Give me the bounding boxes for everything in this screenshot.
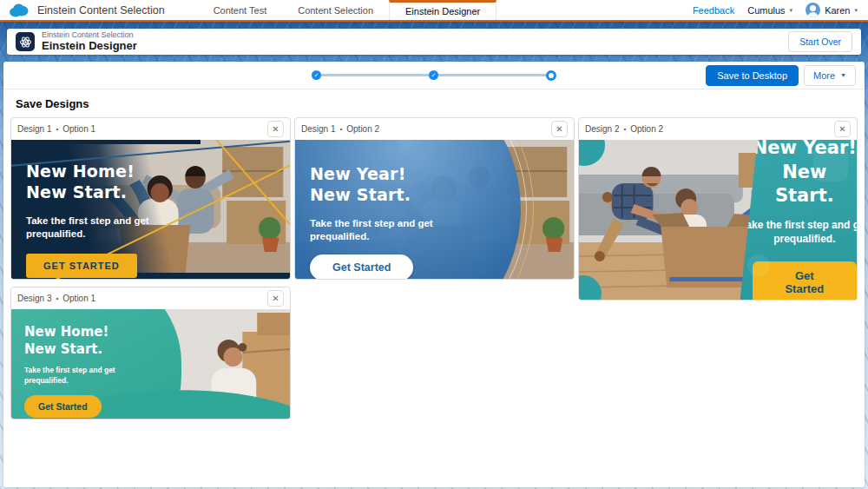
banner-subtext: Take the first step and get prequalified… [26, 215, 163, 241]
section-title: Save Designs [3, 89, 865, 117]
design-card-label: Design 3 • Option 1 [17, 294, 95, 303]
banner-preview-navy: New Home! New Start. Take the first step… [11, 140, 290, 279]
banner-subtext: Take the first step and get prequalified… [735, 219, 857, 246]
design-card-header: Design 2 • Option 2 ✕ [579, 118, 857, 140]
panel-doodle [747, 254, 770, 277]
user-menu[interactable]: Karen ▾ [806, 3, 858, 17]
header-titles: Einstein Content Selection Einstein Desi… [42, 30, 137, 52]
design-card-label: Design 2 • Option 2 [585, 124, 663, 134]
org-picker[interactable]: Cumulus ▾ [747, 5, 792, 16]
more-button[interactable]: More ▼ [804, 65, 856, 86]
option-name: Option 1 [62, 124, 95, 134]
design-card-header: Design 3 • Option 1 ✕ [11, 287, 290, 309]
progress-step-1-complete: ✓ [312, 70, 321, 80]
panel-doodle [813, 147, 848, 182]
salesforce-cloud-logo [8, 3, 30, 18]
banner-cta-button: Get Started [310, 254, 413, 280]
progress-step-2-complete: ✓ [429, 70, 438, 80]
tab-content-test[interactable]: Content Test [198, 0, 283, 20]
banner-copy: New Home! New Start. Take the first step… [26, 161, 163, 278]
banner-subtext: Take the first step and get prequalified… [24, 366, 122, 387]
remove-design-button[interactable]: ✕ [551, 121, 568, 137]
designer-toolbar: ✓ ✓ Save to Desktop More ▼ [3, 62, 865, 89]
design-card-header: Design 1 • Option 2 ✕ [295, 118, 574, 140]
option-name: Option 2 [346, 124, 379, 134]
design-card-label: Design 1 • Option 1 [17, 124, 95, 134]
option-name: Option 2 [630, 124, 663, 134]
progress-indicator: ✓ ✓ [312, 70, 556, 81]
design-name: Design 2 [585, 124, 619, 134]
grid-column-3: Design 2 • Option 2 ✕ [578, 117, 858, 301]
nav-tab-bar: Content Test Content Selection Einstein … [198, 0, 497, 20]
tab-einstein-designer[interactable]: Einstein Designer [389, 0, 496, 20]
designer-panel: ✓ ✓ Save to Desktop More ▼ Save Designs [3, 62, 865, 487]
progress-connector [321, 74, 429, 76]
check-icon: ✓ [431, 72, 437, 79]
grid-column-1: Design 1 • Option 1 ✕ [10, 117, 291, 420]
chevron-down-icon: ▾ [854, 7, 858, 14]
global-navigation-bar: Einstein Content Selection Content Test … [0, 0, 868, 22]
close-icon: ✕ [272, 124, 279, 134]
navy-top-bar [11, 140, 201, 144]
teal-copy-panel: New Year! New Start. Take the first step… [740, 140, 857, 300]
chevron-down-icon: ▾ [790, 7, 793, 14]
banner-preview-teal-panel: New Year! New Start. Take the first step… [579, 140, 857, 300]
design-card: Design 1 • Option 2 ✕ [294, 117, 575, 280]
banner-headline: New Home! New Start. [26, 161, 163, 203]
more-button-label: More [813, 70, 835, 81]
banner-preview-blue-circle: New Year! New Start. Take the first step… [295, 140, 574, 279]
org-picker-label: Cumulus [747, 5, 785, 16]
close-icon: ✕ [556, 124, 562, 134]
close-icon: ✕ [838, 124, 845, 134]
remove-design-button[interactable]: ✕ [267, 121, 284, 137]
grid-column-2: Design 1 • Option 2 ✕ [294, 117, 575, 280]
chevron-down-icon: ▼ [840, 72, 846, 78]
user-name: Karen [825, 5, 850, 16]
remove-design-button[interactable]: ✕ [834, 121, 851, 137]
bullet-separator: • [56, 125, 58, 133]
progress-connector [438, 74, 546, 76]
banner-headline: New Year! New Start. [310, 163, 440, 206]
design-name: Design 1 [17, 124, 51, 134]
toolbar-buttons: Save to Desktop More ▼ [706, 65, 865, 86]
bullet-separator: • [339, 125, 342, 133]
app-name: Einstein Content Selection [37, 4, 165, 17]
design-card: Design 3 • Option 1 ✕ [10, 287, 291, 420]
nav-utilities: Feedback Cumulus ▾ Karen ▾ [693, 0, 868, 20]
banner-copy: New Home! New Start. Take the first step… [24, 324, 139, 418]
design-card-grid: Design 1 • Option 1 ✕ [3, 117, 865, 420]
banner-cta-button: Get Started [24, 395, 102, 418]
progress-step-3-current [546, 70, 556, 81]
save-to-desktop-button[interactable]: Save to Desktop [706, 65, 799, 86]
page-title: Einstein Designer [42, 40, 137, 53]
close-icon: ✕ [272, 294, 279, 303]
avatar [806, 3, 820, 17]
design-card-label: Design 1 • Option 2 [301, 124, 379, 134]
remove-design-button[interactable]: ✕ [267, 290, 284, 307]
app-launcher-area: Einstein Content Selection [0, 0, 165, 20]
design-card: Design 1 • Option 1 ✕ [10, 117, 291, 280]
banner-cta-button: GET STARTED [26, 254, 137, 278]
banner-headline: New Home! New Start. [24, 324, 139, 358]
app-page: Einstein Content Selection Content Test … [0, 0, 868, 489]
feedback-link[interactable]: Feedback [693, 5, 734, 16]
start-over-button[interactable]: Start Over [788, 31, 852, 52]
design-name: Design 3 [17, 294, 51, 303]
page-header: Einstein Content Selection Einstein Desi… [7, 29, 861, 55]
check-icon: ✓ [314, 72, 319, 79]
banner-subtext: Take the first step and get prequalified… [310, 217, 440, 243]
design-card-header: Design 1 • Option 1 ✕ [11, 118, 290, 140]
banner-copy: New Year! New Start. Take the first step… [310, 163, 440, 279]
tab-content-selection[interactable]: Content Selection [282, 0, 389, 20]
banner-preview-teal-blob: New Home! New Start. Take the first step… [11, 309, 290, 419]
design-card: Design 2 • Option 2 ✕ [578, 117, 858, 301]
design-name: Design 1 [301, 124, 335, 134]
einstein-icon [16, 32, 35, 51]
bullet-separator: • [623, 125, 626, 133]
bullet-separator: • [56, 294, 58, 302]
option-name: Option 1 [62, 294, 95, 303]
